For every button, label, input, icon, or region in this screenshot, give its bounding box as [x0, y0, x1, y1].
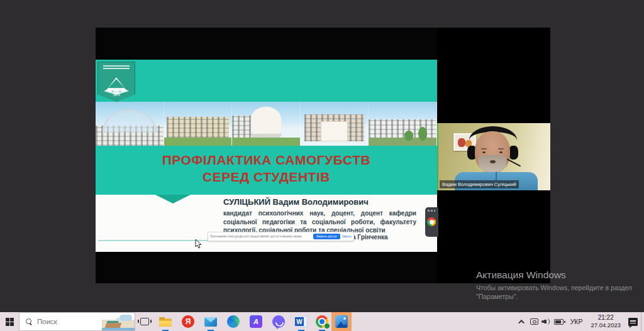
taskbar-app-mail[interactable] — [199, 312, 222, 331]
action-center-icon — [628, 318, 638, 326]
screen-share-area: 1874 — [96, 28, 437, 283]
logo-text-line — [103, 65, 130, 67]
task-view-icon — [140, 318, 149, 325]
presenter-name: СУЛІЦЬКИЙ Вадим Володимирович — [223, 197, 369, 207]
participant-face — [475, 131, 510, 173]
slide-title-line-1: ПРОФІЛАКТИКА САМОГУБСТВ — [96, 151, 437, 168]
google-logo-icon — [427, 217, 436, 226]
tray-time: 21:22 — [591, 314, 621, 322]
battery-icon — [554, 319, 564, 325]
participant-name-label: Вадим Володимирович Суліцький — [440, 180, 519, 188]
face-detail — [479, 155, 506, 172]
watermark-line-1: Чтобы активировать Windows, перейдите в … — [476, 283, 632, 292]
campus-photo-1 — [96, 102, 164, 146]
speaker-icon — [541, 318, 550, 325]
face-detail — [490, 160, 496, 163]
taskbar-app-photos-active[interactable] — [331, 312, 352, 331]
chrome-meet-badge — [324, 323, 330, 329]
task-view-button[interactable] — [135, 312, 154, 331]
slide-footer-band: СУЛІЦЬКИЙ Вадим Володимирович кандидат п… — [96, 195, 437, 252]
campus-photo-2 — [164, 102, 233, 146]
microphone-boom — [507, 158, 521, 166]
word-icon: W — [295, 315, 308, 328]
watermark-subtext: Чтобы активировать Windows, перейдите в … — [476, 283, 632, 301]
search-icon — [26, 318, 32, 325]
tray-clock[interactable]: 21:22 27.04.2023 — [587, 314, 625, 329]
screen-share-toast: Приложение meet.google.com предоставляет… — [208, 232, 354, 241]
action-center-button[interactable] — [625, 312, 641, 331]
search-input[interactable] — [32, 318, 102, 325]
taskbar-app-viber[interactable] — [267, 312, 290, 331]
slide-title: ПРОФІЛАКТИКА САМОГУБСТВ СЕРЕД СТУДЕНТІВ — [96, 151, 437, 185]
taskbar-search[interactable] — [19, 312, 135, 331]
desktop: 1874 — [0, 0, 644, 331]
tray-overflow-button[interactable] — [517, 312, 528, 331]
browser-pip-widget[interactable] — [425, 207, 438, 237]
tray-date: 27.04.2023 — [591, 322, 621, 329]
purple-app-icon: A — [250, 315, 262, 328]
tray-volume-button[interactable] — [540, 312, 552, 331]
presenter-bio: кандидат психологічних наук, доцент, доц… — [223, 209, 416, 235]
face-detail — [482, 151, 486, 153]
widget-controls-icon — [428, 210, 435, 212]
system-tray: УКР 21:22 27.04.2023 — [517, 312, 644, 331]
taskbar-app-chrome[interactable] — [313, 312, 331, 331]
taskbar-app-edge[interactable] — [222, 312, 245, 331]
start-button[interactable] — [0, 312, 19, 331]
presenter-bio-tail: а Грінченка — [352, 234, 388, 241]
toast-message: Приложение meet.google.com предоставляет… — [210, 235, 311, 238]
taskbar-app-purple[interactable]: A — [245, 312, 267, 331]
shirt-collar — [496, 172, 497, 181]
chevron-down-decoration — [155, 195, 191, 203]
university-logo: 1874 — [97, 62, 135, 102]
file-explorer-icon — [159, 317, 172, 327]
hide-toast-link[interactable]: Скрыть — [342, 235, 352, 238]
campus-photo-strip — [96, 102, 437, 146]
presentation-slide: 1874 — [96, 60, 437, 252]
taskbar-app-file-explorer[interactable] — [154, 312, 177, 331]
chrome-icon — [316, 315, 328, 328]
face-detail — [499, 151, 502, 153]
taskbar-app-word[interactable]: W — [290, 312, 313, 331]
viber-icon — [272, 315, 285, 328]
search-art-water — [102, 328, 135, 330]
display-icon — [530, 318, 538, 325]
language-indicator[interactable]: УКР — [566, 318, 587, 325]
campus-photo-5 — [369, 102, 437, 146]
taskbar-app-yandex[interactable]: Я — [177, 312, 199, 331]
mouse-cursor-icon — [195, 239, 202, 251]
search-highlight-image[interactable] — [102, 313, 135, 330]
face-detail — [498, 148, 504, 149]
campus-photo-4 — [301, 102, 369, 146]
picture-detail — [458, 138, 465, 147]
campus-photo-3 — [232, 102, 301, 146]
slide-title-line-2: СЕРЕД СТУДЕНТІВ — [96, 168, 437, 185]
taskbar: Я A W — [0, 312, 644, 331]
tray-battery-button[interactable] — [552, 312, 566, 331]
search-art-pier — [105, 323, 122, 328]
mail-icon — [204, 317, 217, 327]
show-desktop-button[interactable] — [641, 312, 644, 331]
headphone-cup-right — [509, 146, 518, 160]
meeting-window: 1874 — [96, 28, 550, 283]
face-detail — [481, 148, 487, 149]
windows-activation-watermark: Активация Windows Чтобы активировать Win… — [476, 269, 632, 301]
search-art-cloud — [119, 315, 132, 321]
edge-browser-icon — [227, 315, 240, 328]
chevron-up-icon — [518, 319, 525, 325]
yandex-browser-icon: Я — [182, 315, 194, 328]
participant-video-tile[interactable]: Вадим Володимирович Суліцький — [437, 123, 550, 190]
watermark-title: Активация Windows — [476, 269, 632, 281]
tray-device-button[interactable] — [528, 312, 540, 331]
windows-logo-icon — [6, 318, 14, 326]
photos-icon — [335, 315, 348, 328]
stop-sharing-button[interactable]: Закрыть доступ — [313, 234, 340, 239]
watermark-line-2: "Параметры". — [476, 292, 632, 301]
logo-year: 1874 — [98, 93, 135, 97]
logo-text-line — [103, 68, 130, 69]
participant-video-column: Вадим Володимирович Суліцький — [437, 28, 550, 283]
